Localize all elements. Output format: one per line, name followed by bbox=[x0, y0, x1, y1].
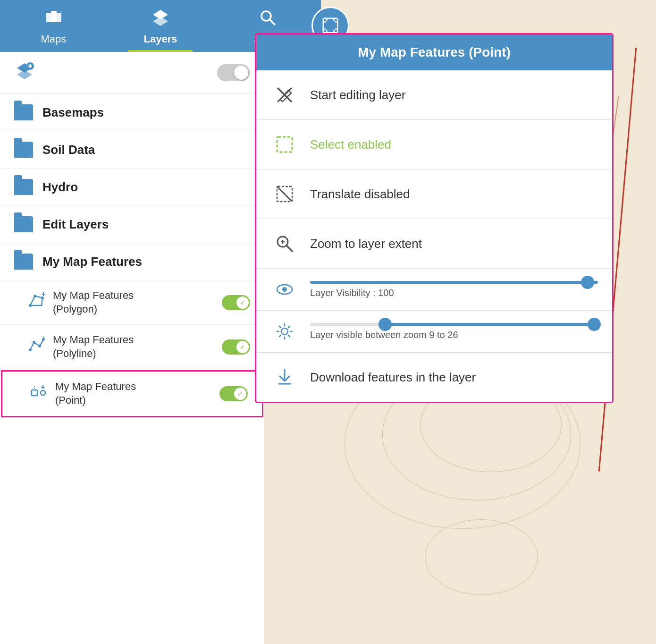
svg-rect-32 bbox=[32, 390, 37, 396]
select-enabled-label: Select enabled bbox=[310, 137, 391, 152]
svg-line-55 bbox=[288, 335, 290, 337]
svg-line-56 bbox=[288, 326, 290, 328]
menu-item-visibility: Layer Visibility : 100 bbox=[256, 269, 612, 311]
select-icon bbox=[270, 130, 299, 159]
svg-point-34 bbox=[41, 390, 45, 395]
tab-layers-label: Layers bbox=[144, 33, 177, 45]
svg-point-49 bbox=[281, 328, 288, 335]
svg-line-57 bbox=[279, 335, 281, 337]
start-editing-icon bbox=[270, 81, 299, 109]
add-layer-row bbox=[0, 52, 264, 94]
zoom-range-label: Layer visible between zoom 9 to 26 bbox=[310, 330, 458, 340]
folder-icon-hydro bbox=[14, 179, 33, 195]
svg-marker-4 bbox=[153, 17, 168, 26]
menu-item-zoom[interactable]: Zoom to layer extent bbox=[256, 219, 612, 269]
my-map-features-label: My Map Features bbox=[42, 254, 142, 269]
visibility-thumb[interactable] bbox=[581, 276, 594, 289]
eye-icon bbox=[270, 275, 299, 304]
translate-icon bbox=[270, 180, 299, 208]
edit-layers-label: Edit Layers bbox=[42, 217, 109, 232]
sidebar-panel: Basemaps Soil Data Hydro Edit Layers My … bbox=[0, 52, 264, 644]
download-icon bbox=[270, 363, 299, 391]
tab-maps[interactable]: Maps bbox=[0, 8, 107, 52]
svg-line-42 bbox=[278, 187, 291, 201]
svg-rect-7 bbox=[323, 18, 338, 33]
search-icon bbox=[258, 8, 277, 31]
svg-point-23 bbox=[41, 297, 44, 299]
polyline-toggle[interactable] bbox=[222, 339, 250, 355]
polygon-layer-name: My Map Features(Polygon) bbox=[53, 289, 222, 316]
sidebar-item-edit-layers[interactable]: Edit Layers bbox=[0, 206, 264, 243]
start-editing-label: Start editing layer bbox=[310, 88, 405, 102]
add-layer-icon[interactable] bbox=[14, 61, 35, 84]
contour-line bbox=[425, 519, 538, 595]
polyline-layer-icon bbox=[28, 337, 45, 357]
svg-point-26 bbox=[29, 348, 32, 351]
basemaps-label: Basemaps bbox=[42, 105, 104, 120]
sidebar-item-soil-data[interactable]: Soil Data bbox=[0, 131, 264, 169]
context-menu-title: My Map Features (Point) bbox=[256, 34, 612, 70]
svg-point-28 bbox=[38, 345, 41, 347]
zoom-min-thumb[interactable] bbox=[378, 318, 392, 331]
point-layer-name: My Map Features(Point) bbox=[55, 380, 219, 407]
svg-rect-2 bbox=[56, 13, 61, 22]
translate-label: Translate disabled bbox=[310, 187, 410, 202]
sublayer-point[interactable]: My Map Features(Point) bbox=[1, 370, 263, 417]
menu-item-zoom-range: Layer visible between zoom 9 to 26 bbox=[256, 311, 612, 353]
maps-icon bbox=[44, 8, 63, 31]
menu-item-download[interactable]: Download features in the layer bbox=[256, 353, 612, 402]
svg-rect-40 bbox=[277, 137, 292, 152]
svg-point-22 bbox=[34, 295, 36, 297]
svg-marker-17 bbox=[17, 70, 32, 79]
point-layer-icon bbox=[31, 383, 48, 404]
visibility-label: Layer Visibility : 100 bbox=[310, 288, 394, 298]
svg-line-44 bbox=[286, 246, 292, 251]
download-label: Download features in the layer bbox=[310, 370, 476, 385]
folder-icon-soil bbox=[14, 142, 33, 158]
point-toggle[interactable] bbox=[219, 386, 248, 401]
sublayer-polygon[interactable]: My Map Features(Polygon) bbox=[0, 280, 264, 325]
tab-layers[interactable]: Layers bbox=[107, 8, 214, 52]
menu-item-start-editing[interactable]: Start editing layer bbox=[256, 70, 612, 120]
sublayer-polyline[interactable]: My Map Features(Polyline) bbox=[0, 325, 264, 369]
zoom-icon bbox=[270, 229, 299, 258]
folder-icon-my-map bbox=[14, 254, 33, 270]
visibility-slider-track bbox=[310, 281, 598, 284]
svg-line-54 bbox=[279, 326, 281, 328]
sidebar-item-hydro[interactable]: Hydro bbox=[0, 169, 264, 206]
sun-icon bbox=[270, 317, 299, 346]
menu-item-translate[interactable]: Translate disabled bbox=[256, 169, 612, 219]
soil-data-label: Soil Data bbox=[42, 143, 95, 157]
layers-icon bbox=[151, 8, 170, 31]
svg-point-48 bbox=[282, 287, 287, 292]
folder-icon-basemaps bbox=[14, 104, 33, 120]
polygon-layer-icon bbox=[28, 292, 45, 313]
tab-maps-label: Maps bbox=[41, 33, 66, 45]
polyline-layer-name: My Map Features(Polyline) bbox=[53, 333, 222, 360]
polygon-toggle[interactable] bbox=[222, 295, 250, 310]
layers-toggle[interactable] bbox=[217, 64, 250, 81]
svg-line-6 bbox=[269, 19, 275, 25]
zoom-max-thumb[interactable] bbox=[588, 318, 601, 331]
hydro-label: Hydro bbox=[42, 180, 78, 195]
zoom-label: Zoom to layer extent bbox=[310, 237, 422, 251]
sidebar-item-my-map-features[interactable]: My Map Features bbox=[0, 243, 264, 280]
context-menu: My Map Features (Point) Start editing la… bbox=[255, 33, 614, 403]
sidebar-item-basemaps[interactable]: Basemaps bbox=[0, 94, 264, 131]
menu-item-select-enabled[interactable]: Select enabled bbox=[256, 120, 612, 169]
folder-icon-edit bbox=[14, 216, 33, 232]
svg-point-27 bbox=[33, 341, 35, 344]
svg-point-21 bbox=[29, 304, 32, 307]
